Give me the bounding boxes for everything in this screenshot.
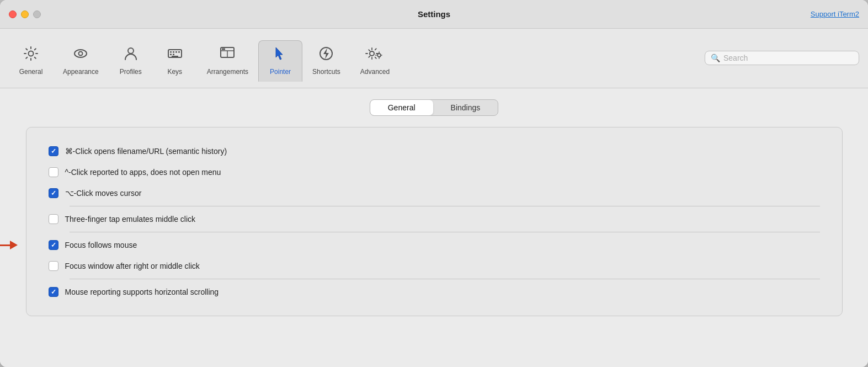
nav-item-appearance[interactable]: Appearance	[53, 41, 109, 81]
nav-item-general[interactable]: General	[9, 41, 53, 81]
setting-row-three-finger: Three-finger tap emulates middle click	[49, 209, 820, 230]
checkbox-opt-click[interactable]	[49, 188, 58, 198]
label-opt-click: ⌥-Click moves cursor	[65, 189, 142, 198]
label-focus-follows: Focus follows mouse	[65, 241, 137, 249]
checkbox-mouse-reporting[interactable]	[49, 287, 58, 297]
click-settings-group: ⌘-Click opens filename/URL (semantic his…	[49, 141, 820, 204]
svg-point-0	[29, 51, 34, 56]
svg-point-3	[128, 48, 134, 54]
setting-row-cmd-click: ⌘-Click opens filename/URL (semantic his…	[49, 141, 820, 162]
svg-rect-15	[222, 48, 225, 50]
checkbox-cmd-click[interactable]	[49, 146, 58, 156]
nav-item-pointer[interactable]: Pointer	[258, 40, 302, 82]
svg-point-18	[377, 54, 381, 57]
settings-panel: ⌘-Click opens filename/URL (semantic his…	[26, 127, 843, 316]
lightning-icon	[318, 45, 334, 65]
search-input[interactable]	[723, 54, 845, 62]
checkbox-ctrl-click[interactable]	[49, 167, 58, 177]
close-button[interactable]	[9, 10, 17, 18]
keyboard-icon	[167, 45, 183, 65]
support-link[interactable]: Support iTerm2	[811, 10, 859, 18]
search-icon: 🔍	[711, 54, 720, 62]
toolbar: General Appearance	[0, 29, 868, 88]
traffic-lights	[9, 10, 41, 18]
settings-window: Settings Support iTerm2 General	[0, 0, 868, 367]
arrow-head	[10, 241, 18, 249]
arrow-annotation	[0, 241, 18, 249]
eye-icon	[72, 45, 89, 65]
nav-items: General Appearance	[9, 40, 700, 81]
subtab-bindings[interactable]: Bindings	[433, 100, 498, 115]
svg-point-2	[79, 51, 83, 55]
nav-label-shortcuts: Shortcuts	[312, 68, 340, 76]
arrow-line	[0, 244, 10, 246]
label-cmd-click: ⌘-Click opens filename/URL (semantic his…	[65, 147, 227, 156]
svg-rect-7	[175, 51, 177, 53]
three-finger-group: Three-finger tap emulates middle click	[49, 209, 820, 230]
subtab-general[interactable]: General	[370, 100, 433, 115]
checkbox-focus-follows[interactable]	[49, 240, 58, 250]
svg-rect-11	[172, 56, 178, 57]
svg-rect-8	[178, 51, 180, 53]
divider-1	[70, 206, 820, 206]
divider-2	[70, 232, 820, 232]
nav-label-keys: Keys	[167, 68, 182, 76]
minimize-button[interactable]	[21, 10, 29, 18]
label-mouse-reporting: Mouse reporting supports horizontal scro…	[65, 288, 219, 296]
setting-row-ctrl-click: ^-Click reported to apps, does not open …	[49, 162, 820, 183]
nav-item-shortcuts[interactable]: Shortcuts	[302, 41, 350, 81]
advanced-icon	[365, 45, 384, 65]
svg-point-17	[370, 51, 374, 56]
svg-point-1	[74, 50, 87, 57]
arrangements-icon	[219, 45, 236, 65]
nav-item-arrangements[interactable]: Arrangements	[197, 41, 258, 81]
setting-row-opt-click: ⌥-Click moves cursor	[49, 183, 820, 204]
search-field[interactable]: 🔍	[705, 51, 859, 65]
svg-rect-9	[170, 54, 172, 55]
setting-row-focus-follows: Focus follows mouse	[49, 235, 820, 256]
setting-row-focus-right: Focus window after right or middle click	[49, 256, 820, 276]
setting-row-mouse-reporting: Mouse reporting supports horizontal scro…	[49, 281, 820, 302]
nav-label-advanced: Advanced	[360, 68, 390, 76]
person-icon	[123, 45, 139, 65]
svg-rect-10	[173, 54, 174, 55]
focus-group: Focus follows mouse Focus window after r…	[49, 235, 820, 276]
gear-icon	[23, 45, 39, 65]
nav-label-arrangements: Arrangements	[207, 68, 248, 76]
mouse-reporting-group: Mouse reporting supports horizontal scro…	[49, 281, 820, 302]
label-ctrl-click: ^-Click reported to apps, does not open …	[65, 168, 221, 177]
nav-label-general: General	[19, 68, 43, 76]
pointer-icon	[272, 45, 289, 65]
content-area: General Bindings ⌘-Click opens filename/…	[0, 88, 868, 367]
label-focus-right: Focus window after right or middle click	[65, 262, 200, 270]
titlebar: Settings Support iTerm2	[0, 0, 868, 29]
search-wrap: 🔍	[705, 51, 859, 65]
checkbox-three-finger[interactable]	[49, 214, 58, 224]
divider-3	[70, 279, 820, 279]
svg-rect-6	[173, 51, 174, 53]
label-three-finger: Three-finger tap emulates middle click	[65, 215, 196, 224]
nav-item-profiles[interactable]: Profiles	[109, 41, 153, 81]
nav-label-profiles: Profiles	[120, 68, 142, 76]
nav-label-pointer: Pointer	[270, 68, 291, 76]
nav-label-appearance: Appearance	[63, 68, 99, 76]
window-title: Settings	[418, 9, 450, 19]
subtabs: General Bindings	[370, 99, 499, 116]
svg-rect-5	[170, 51, 172, 53]
checkbox-focus-right[interactable]	[49, 261, 58, 271]
nav-item-advanced[interactable]: Advanced	[350, 41, 400, 81]
maximize-button[interactable]	[33, 10, 41, 18]
nav-item-keys[interactable]: Keys	[153, 41, 197, 81]
